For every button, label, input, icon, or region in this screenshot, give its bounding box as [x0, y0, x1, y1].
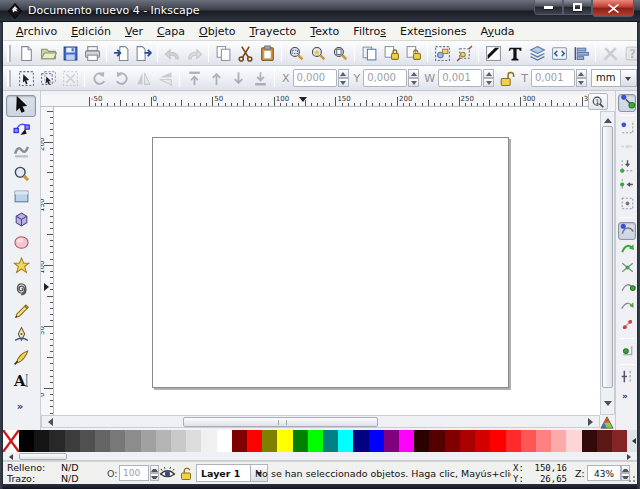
color-swatch-13[interactable] — [217, 430, 232, 452]
opacity-down-icon[interactable] — [150, 473, 159, 481]
color-swatch-17[interactable] — [277, 430, 292, 452]
color-swatch-16[interactable] — [262, 430, 277, 452]
vertical-ruler[interactable]: 200150100500 — [41, 107, 54, 415]
undo-button[interactable] — [161, 42, 183, 64]
color-swatch-22[interactable] — [353, 430, 368, 452]
snap-path-button[interactable] — [618, 241, 636, 259]
layer-lock-toggle[interactable] — [178, 465, 195, 482]
close-button[interactable] — [592, 0, 634, 17]
y-field-spinner[interactable] — [408, 69, 419, 87]
spin-down-icon[interactable] — [408, 78, 419, 87]
spin-up-icon[interactable] — [576, 69, 587, 78]
rectangle-tool-button[interactable] — [6, 187, 36, 209]
color-swatch-34[interactable] — [536, 430, 551, 452]
color-swatch-8[interactable] — [141, 430, 156, 452]
menu-archivo[interactable]: Archivo — [9, 23, 64, 40]
redo-button[interactable] — [183, 42, 205, 64]
raise-to-top-button[interactable] — [183, 67, 205, 89]
spiral-tool-button[interactable] — [6, 279, 36, 301]
cut-button[interactable] — [234, 42, 256, 64]
new-document-button[interactable] — [15, 42, 37, 64]
color-swatch-27[interactable] — [429, 430, 444, 452]
document-page[interactable] — [152, 137, 509, 388]
resize-grip[interactable] — [628, 475, 636, 483]
color-swatch-10[interactable] — [171, 430, 186, 452]
color-swatch-32[interactable] — [506, 430, 521, 452]
color-swatch-25[interactable] — [399, 430, 414, 452]
snap-midpoint-button[interactable] — [618, 317, 636, 335]
lower-to-bottom-button[interactable] — [249, 67, 271, 89]
zoom-corner-toggle-button[interactable]: 1 — [588, 93, 608, 110]
color-swatch-21[interactable] — [338, 430, 353, 452]
opacity-up-icon[interactable] — [150, 465, 159, 473]
snap-edge-midpoint-button[interactable] — [618, 177, 636, 195]
menu-capa[interactable]: Capa — [150, 23, 192, 40]
star-tool-button[interactable] — [6, 256, 36, 278]
spin-down-icon[interactable] — [483, 78, 494, 87]
raise-button[interactable] — [205, 67, 227, 89]
scroll-left-button[interactable] — [42, 416, 55, 427]
color-swatch-26[interactable] — [414, 430, 429, 452]
snap-cusp-node-button[interactable] — [618, 279, 636, 297]
box3d-tool-button[interactable] — [6, 210, 36, 232]
color-swatch-0[interactable] — [19, 430, 34, 452]
create-clone-button[interactable] — [380, 42, 402, 64]
x-field-spinner[interactable] — [338, 69, 349, 87]
color-swatch-36[interactable] — [566, 430, 581, 452]
menu-filtros[interactable]: Filtros — [346, 23, 393, 40]
spin-down-icon[interactable] — [576, 78, 587, 87]
flip-vertical-button[interactable] — [154, 67, 176, 89]
snap-bbox-corner-button[interactable] — [618, 158, 636, 176]
color-swatch-30[interactable] — [475, 430, 490, 452]
toolbox-overflow-chevron[interactable]: » — [3, 401, 37, 412]
unit-dropdown-icon[interactable] — [621, 69, 637, 87]
unit-selector[interactable]: mm — [591, 69, 637, 87]
menu-ver[interactable]: Ver — [118, 23, 150, 40]
zoom-up-icon[interactable] — [621, 465, 630, 473]
menu-objeto[interactable]: Objeto — [192, 23, 243, 40]
import-image-button[interactable] — [110, 42, 132, 64]
current-layer-value[interactable]: Layer 1 — [196, 464, 251, 482]
color-swatch-12[interactable] — [201, 430, 216, 452]
color-swatch-39[interactable] — [612, 430, 627, 452]
color-swatch-18[interactable] — [293, 430, 308, 452]
lower-button[interactable] — [227, 67, 249, 89]
horizontal-scrollbar[interactable] — [41, 415, 600, 428]
color-swatch-6[interactable] — [110, 430, 125, 452]
menu-extensiones[interactable]: Extensiones — [393, 23, 474, 40]
t-field-spinner[interactable] — [576, 69, 587, 87]
zoom-input[interactable]: 43% — [587, 465, 621, 481]
maximize-button[interactable] — [563, 0, 592, 15]
color-swatch-1[interactable] — [34, 430, 49, 452]
group-button[interactable] — [431, 42, 453, 64]
color-swatch-28[interactable] — [445, 430, 460, 452]
color-swatch-24[interactable] — [384, 430, 399, 452]
color-swatch-4[interactable] — [80, 430, 95, 452]
text-dialog-button[interactable] — [504, 42, 526, 64]
palette-scrollbar-thumb[interactable] — [19, 453, 67, 460]
zoom-drawing-button[interactable] — [307, 42, 329, 64]
text-tool-button[interactable]: A — [6, 371, 36, 393]
zoom-page-button[interactable] — [329, 42, 351, 64]
spin-down-icon[interactable] — [338, 78, 349, 87]
spin-up-icon[interactable] — [483, 69, 494, 78]
color-swatch-5[interactable] — [95, 430, 110, 452]
t-field-input[interactable]: 0,001 — [531, 69, 575, 87]
titlebar[interactable]: Documento nuevo 4 - Inkscape — [0, 0, 640, 22]
document-properties-button[interactable] — [599, 42, 621, 64]
zoom-tool-button[interactable] — [6, 164, 36, 186]
color-swatch-14[interactable] — [232, 430, 247, 452]
w-field-spinner[interactable] — [483, 69, 494, 87]
color-swatch-15[interactable] — [247, 430, 262, 452]
snap-bbox-button[interactable] — [618, 120, 636, 138]
fill-and-stroke-dialog-button[interactable] — [482, 42, 504, 64]
palette-scrollbar[interactable] — [3, 452, 637, 461]
color-swatch-20[interactable] — [323, 430, 338, 452]
pencil-tool-button[interactable] — [6, 302, 36, 324]
opacity-input[interactable]: 100 — [119, 465, 149, 481]
horizontal-ruler[interactable]: -50050100150200250300350 — [41, 95, 600, 107]
snap-smooth-node-button[interactable] — [618, 298, 636, 316]
fill-stroke-indicator[interactable]: Relleno:N/D Trazo:N/D — [7, 463, 91, 484]
pen-tool-button[interactable] — [6, 325, 36, 347]
opacity-spinner[interactable] — [150, 465, 159, 481]
